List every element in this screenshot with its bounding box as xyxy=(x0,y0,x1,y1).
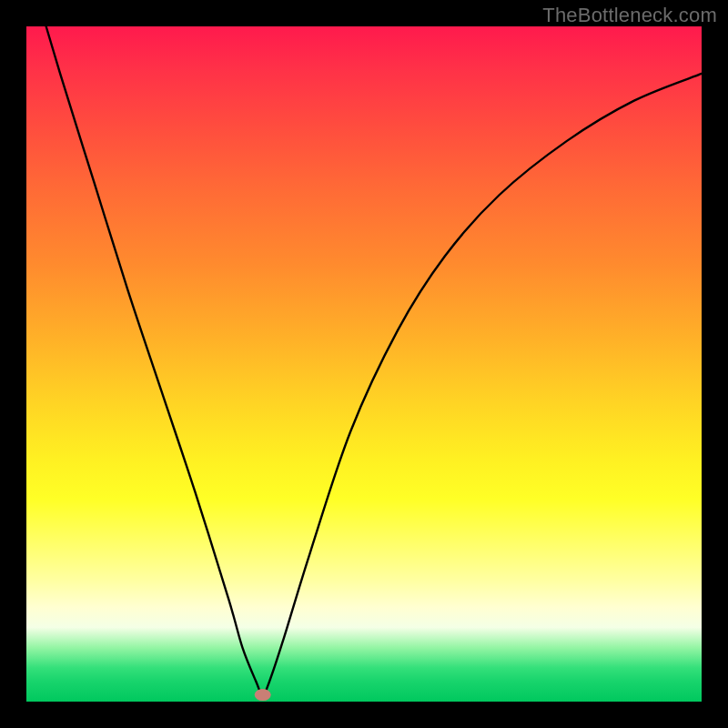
optimum-point xyxy=(255,689,271,701)
watermark-text: TheBottleneck.com xyxy=(542,4,717,27)
bottleneck-curve xyxy=(26,0,702,695)
curve-svg xyxy=(26,26,702,702)
figure-frame: TheBottleneck.com xyxy=(0,0,728,728)
plot-area xyxy=(26,26,702,702)
